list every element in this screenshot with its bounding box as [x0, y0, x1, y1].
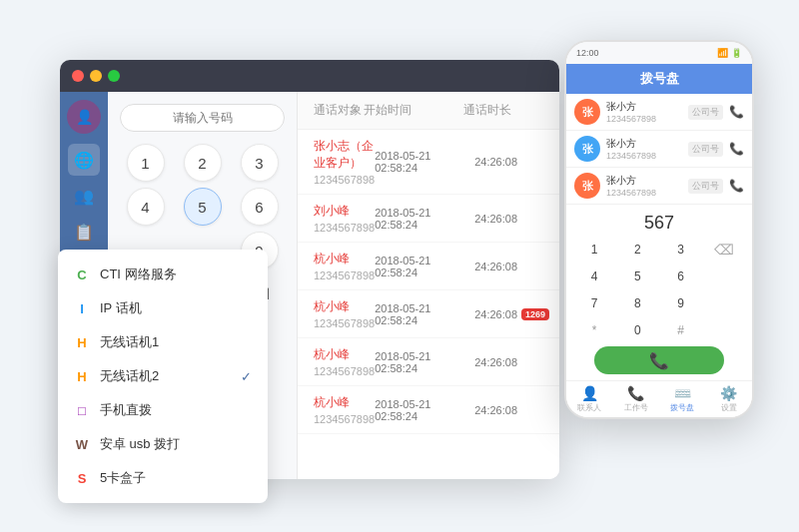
- contact-num: 1234567898: [606, 114, 682, 124]
- phone-key-del[interactable]: ⌫: [704, 238, 744, 262]
- key-5[interactable]: 5: [184, 188, 222, 226]
- phone-key-7[interactable]: 7: [574, 291, 614, 315]
- phone-nav-contacts[interactable]: 👤 联系人: [566, 381, 613, 417]
- phone-nav-work[interactable]: 📞 工作号: [613, 381, 660, 417]
- phone-key-empty2: [704, 291, 744, 315]
- ip-icon: I: [74, 300, 90, 316]
- call-time: 2018-05-21 02:58:24: [375, 150, 474, 174]
- menu-item-sim[interactable]: S 5卡盒子: [58, 461, 268, 495]
- caller-name: 张小志（企业客户）: [314, 138, 375, 172]
- call-duration: 24:26:08: [474, 156, 554, 168]
- phone-time: 12:00: [576, 48, 599, 58]
- phone-key-4[interactable]: 4: [574, 265, 614, 288]
- contact-info: 张小方 1234567898: [606, 100, 682, 124]
- caller-info: 杭小峰 1234567898: [314, 251, 375, 281]
- call-log: 通话对象 开始时间 通话时长 张小志（企业客户） 1234567898 2018…: [298, 92, 559, 479]
- phone-key-1[interactable]: 1: [574, 238, 614, 262]
- phone-dialpad: 567 1 2 3 ⌫ 4 5 6 7 8 9 * 0 # 📞: [566, 205, 752, 380]
- phone-key-2[interactable]: 2: [617, 238, 657, 262]
- close-button[interactable]: [72, 70, 84, 82]
- key-3[interactable]: 3: [241, 144, 279, 182]
- call-time: 2018-05-21 02:58:24: [375, 302, 474, 326]
- wireless2-icon: H: [74, 368, 90, 384]
- avatar: 张: [574, 173, 600, 199]
- phone-key-6[interactable]: 6: [661, 265, 701, 288]
- table-row[interactable]: 杭小峰 1234567898 2018-05-21 02:58:24 24:26…: [298, 243, 559, 290]
- menu-item-wireless2[interactable]: H 无线话机2 ✓: [58, 359, 268, 393]
- sidebar-icon-log[interactable]: 📋: [68, 216, 100, 248]
- phone-key-8[interactable]: 8: [617, 291, 657, 315]
- call-icon[interactable]: 📞: [729, 179, 744, 193]
- company-badge: 公司号: [688, 105, 723, 120]
- phone-contact[interactable]: 张 张小方 1234567898 公司号 📞: [566, 94, 752, 131]
- phone-key-empty: [704, 265, 744, 288]
- phone-key-9[interactable]: 9: [661, 291, 701, 315]
- menu-item-cti[interactable]: C CTI 网络服务: [58, 258, 268, 291]
- key-2[interactable]: 2: [184, 144, 222, 182]
- contact-name: 张小方: [606, 100, 682, 114]
- phone-key-0[interactable]: 0: [617, 318, 657, 342]
- caller-number: 1234567898: [314, 269, 375, 281]
- call-time: 2018-05-21 02:58:24: [375, 398, 474, 422]
- phone-nav-settings[interactable]: ⚙️ 设置: [706, 381, 753, 417]
- sidebar-icon-network[interactable]: 🌐: [68, 144, 100, 176]
- table-row[interactable]: 杭小峰 1234567898 2018-05-21 02:58:24 24:26…: [298, 290, 559, 338]
- menu-item-label: CTI 网络服务: [100, 266, 177, 283]
- call-icon[interactable]: 📞: [729, 105, 744, 119]
- call-icon[interactable]: 📞: [729, 142, 744, 156]
- menu-item-usb[interactable]: W 安卓 usb 拨打: [58, 427, 268, 461]
- call-duration: 24:26:08: [474, 213, 554, 225]
- key-6[interactable]: 6: [241, 188, 279, 226]
- sidebar-icon-contacts[interactable]: 👥: [68, 180, 100, 212]
- traffic-lights: [72, 70, 120, 82]
- phone-key-hash[interactable]: #: [661, 318, 701, 342]
- phone-contacts: 张 张小方 1234567898 公司号 📞 张 张小方 1234567898 …: [566, 94, 752, 205]
- table-row[interactable]: 张小志（企业客户） 1234567898 2018-05-21 02:58:24…: [298, 130, 559, 195]
- phone-key-star[interactable]: *: [574, 318, 614, 342]
- key-1[interactable]: 1: [127, 144, 165, 182]
- call-time: 2018-05-21 02:58:24: [375, 255, 474, 278]
- caller-info: 杭小峰 1234567898: [314, 346, 375, 377]
- company-badge: 公司号: [688, 142, 723, 157]
- contacts-icon: 👤: [581, 385, 598, 401]
- key-4[interactable]: 4: [127, 188, 165, 226]
- table-row[interactable]: 刘小峰 1234567898 2018-05-21 02:58:24 24:26…: [298, 195, 559, 243]
- menu-item-label: 无线话机2: [100, 367, 159, 385]
- call-duration: 24:26:08: [474, 404, 554, 416]
- phone-nav-label: 设置: [721, 402, 737, 413]
- menu-item-label: 无线话机1: [100, 333, 159, 351]
- phone-nav-dialpad[interactable]: ⌨️ 拨号盘: [659, 381, 706, 417]
- caller-number: 1234567898: [314, 174, 375, 186]
- menu-item-wireless1[interactable]: H 无线话机1: [58, 325, 268, 359]
- caller-number: 1234567898: [314, 317, 375, 329]
- phone-key-3[interactable]: 3: [661, 238, 701, 262]
- title-bar: [60, 60, 559, 92]
- phone-key-5[interactable]: 5: [617, 265, 657, 288]
- phone-contact[interactable]: 张 张小方 1234567898 公司号 📞: [566, 168, 752, 205]
- contact-num: 1234567898: [606, 151, 682, 161]
- phone-nav-label: 工作号: [624, 402, 648, 413]
- caller-name: 杭小峰: [314, 298, 375, 315]
- table-row[interactable]: 杭小峰 1234567898 2018-05-21 02:58:24 24:26…: [298, 386, 559, 434]
- menu-item-mobile[interactable]: □ 手机直拨: [58, 393, 268, 427]
- dial-input[interactable]: [120, 104, 285, 132]
- avatar: 张: [574, 99, 600, 125]
- dialpad-icon: ⌨️: [674, 385, 691, 401]
- table-row[interactable]: 杭小峰 1234567898 2018-05-21 02:58:24 24:26…: [298, 338, 559, 386]
- avatar[interactable]: 👤: [67, 100, 101, 134]
- avatar: 张: [574, 136, 600, 162]
- phone-contact[interactable]: 张 张小方 1234567898 公司号 📞: [566, 131, 752, 168]
- caller-info: 杭小峰 1234567898: [314, 394, 375, 425]
- menu-item-label: 5卡盒子: [100, 469, 146, 487]
- caller-info: 刘小峰 1234567898: [314, 203, 375, 234]
- phone-call-button[interactable]: 📞: [594, 346, 724, 374]
- menu-item-label: IP 话机: [100, 299, 142, 317]
- phone-dial-display: 567: [574, 209, 744, 238]
- contact-num: 1234567898: [606, 188, 682, 198]
- minimize-button[interactable]: [90, 70, 102, 82]
- maximize-button[interactable]: [108, 70, 120, 82]
- phone-nav-label: 拨号盘: [670, 402, 694, 413]
- contact-info: 张小方 1234567898: [606, 137, 682, 161]
- menu-item-ip[interactable]: I IP 话机: [58, 291, 268, 325]
- device-dropdown-menu: C CTI 网络服务 I IP 话机 H 无线话机1 H 无线话机2 ✓ □ 手…: [58, 250, 268, 503]
